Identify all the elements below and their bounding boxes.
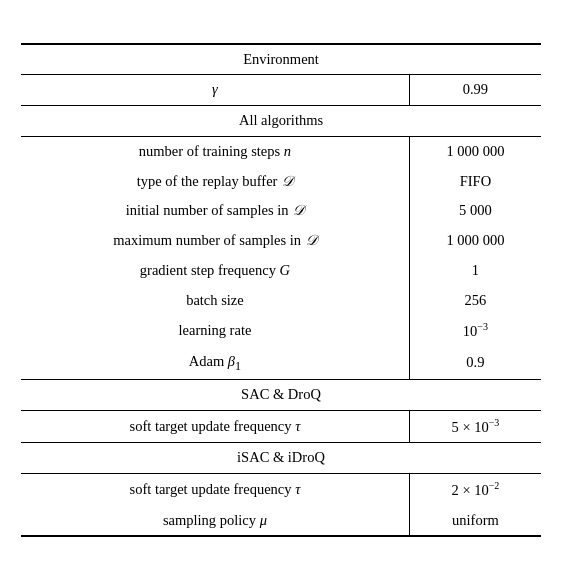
value-adam-beta1: 0.9: [409, 347, 541, 380]
hyperparameter-table: Environment γ 0.99 All algorithms number…: [21, 43, 541, 538]
param-adam-beta1: Adam β1: [21, 347, 409, 380]
section-label-sac-droq: SAC & DroQ: [21, 379, 541, 410]
value-batch-size: 256: [409, 286, 541, 316]
param-training-steps: number of training steps n: [21, 136, 409, 166]
param-soft-target-isac: soft target update frequency τ: [21, 474, 409, 506]
param-replay-buffer: type of the replay buffer 𝒟: [21, 167, 409, 197]
param-gamma: γ: [21, 75, 409, 106]
section-label-all-algorithms: All algorithms: [21, 106, 541, 137]
value-replay-buffer: FIFO: [409, 167, 541, 197]
value-gamma: 0.99: [409, 75, 541, 106]
value-soft-target-isac: 2 × 10−2: [409, 474, 541, 506]
table-row: type of the replay buffer 𝒟 FIFO: [21, 167, 541, 197]
value-learning-rate: 10−3: [409, 315, 541, 347]
param-learning-rate: learning rate: [21, 315, 409, 347]
value-sampling-policy: uniform: [409, 506, 541, 537]
section-header-isac-idroq: iSAC & iDroQ: [21, 443, 541, 474]
table-row: initial number of samples in 𝒟 5 000: [21, 196, 541, 226]
param-initial-samples: initial number of samples in 𝒟: [21, 196, 409, 226]
param-soft-target-sac: soft target update frequency τ: [21, 410, 409, 443]
param-batch-size: batch size: [21, 286, 409, 316]
table-row: soft target update frequency τ 2 × 10−2: [21, 474, 541, 506]
value-training-steps: 1 000 000: [409, 136, 541, 166]
table-row: sampling policy μ uniform: [21, 506, 541, 537]
table-row: learning rate 10−3: [21, 315, 541, 347]
section-header-sac-droq: SAC & DroQ: [21, 379, 541, 410]
param-sampling-policy: sampling policy μ: [21, 506, 409, 537]
section-label-isac-idroq: iSAC & iDroQ: [21, 443, 541, 474]
section-header-all-algorithms: All algorithms: [21, 106, 541, 137]
value-initial-samples: 5 000: [409, 196, 541, 226]
value-max-samples: 1 000 000: [409, 226, 541, 256]
table-row: γ 0.99: [21, 75, 541, 106]
section-label-environment: Environment: [21, 44, 541, 75]
table-row: Adam β1 0.9: [21, 347, 541, 380]
table-row: number of training steps n 1 000 000: [21, 136, 541, 166]
table-container: Environment γ 0.99 All algorithms number…: [21, 43, 541, 538]
section-header-environment: Environment: [21, 44, 541, 75]
param-max-samples: maximum number of samples in 𝒟: [21, 226, 409, 256]
param-gradient-freq: gradient step frequency G: [21, 256, 409, 286]
table-row: soft target update frequency τ 5 × 10−3: [21, 410, 541, 443]
value-soft-target-sac: 5 × 10−3: [409, 410, 541, 443]
table-row: batch size 256: [21, 286, 541, 316]
table-row: gradient step frequency G 1: [21, 256, 541, 286]
value-gradient-freq: 1: [409, 256, 541, 286]
table-row: maximum number of samples in 𝒟 1 000 000: [21, 226, 541, 256]
